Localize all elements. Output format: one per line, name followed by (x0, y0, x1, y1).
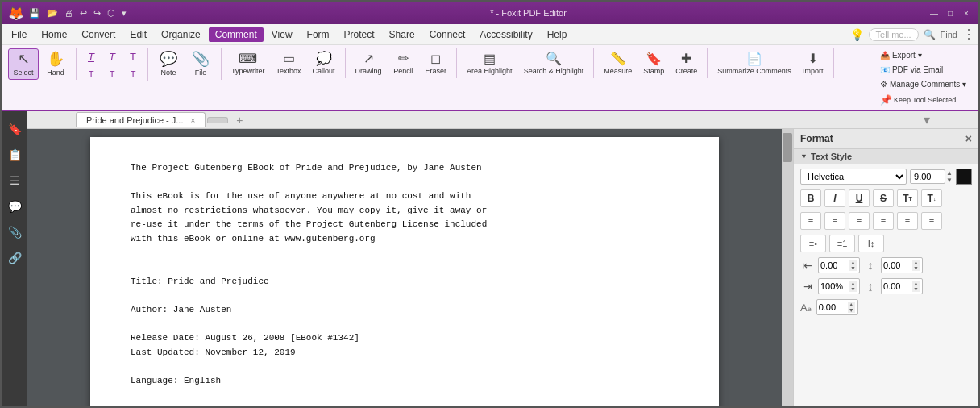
superscript-button[interactable]: TT (897, 189, 918, 207)
close-button[interactable]: × (961, 7, 972, 19)
summarize-button[interactable]: 📄 Summarize Comments (712, 48, 796, 78)
stamp-button[interactable]: 🔖 Stamp (638, 48, 669, 78)
tell-me-box[interactable]: Tell me... (869, 28, 919, 41)
menu-overflow-icon[interactable]: ⋮ (962, 27, 975, 42)
drawing-button[interactable]: ↗ Drawing (351, 48, 387, 78)
before-spacing-input[interactable]: ▲ ▼ (818, 278, 860, 294)
file-button[interactable]: 📎 File (185, 48, 216, 80)
as-up-btn[interactable]: ▲ (912, 281, 920, 286)
menu-organize[interactable]: Organize (155, 27, 207, 42)
align-5-button[interactable]: ≡ (897, 212, 918, 230)
lh-down-btn[interactable]: ▼ (912, 265, 920, 271)
menu-comment[interactable]: Comment (209, 27, 264, 42)
menu-connect[interactable]: Connect (423, 27, 472, 42)
align-right-button[interactable]: ≡ (849, 212, 870, 230)
scroll-thumb[interactable] (783, 133, 792, 162)
char-spacing-input[interactable]: ▲ ▼ (816, 299, 858, 315)
subscript-button[interactable]: T↓ (921, 189, 942, 207)
font-size-input[interactable] (910, 169, 945, 184)
menu-share[interactable]: Share (383, 27, 421, 42)
vertical-scrollbar[interactable] (782, 129, 793, 406)
maximize-button[interactable]: □ (945, 7, 956, 19)
callout-button[interactable]: 💭 Callout (308, 48, 340, 78)
menu-help[interactable]: Help (541, 27, 574, 42)
after-spacing-spinner[interactable]: ▲ ▼ (912, 281, 920, 292)
menu-file[interactable]: File (5, 27, 33, 42)
underline-button[interactable]: U (849, 189, 870, 207)
qat-extra-icon[interactable]: ⬡ (106, 7, 117, 19)
qat-undo-icon[interactable]: ↩ (78, 7, 89, 19)
qat-print-icon[interactable]: 🖨 (63, 7, 75, 19)
qat-folder-icon[interactable]: 📂 (45, 7, 60, 19)
text-style-section[interactable]: ▼ Text Style (794, 149, 978, 164)
qat-redo-icon[interactable]: ↪ (92, 7, 102, 19)
tab-add-button[interactable]: + (230, 111, 249, 129)
before-spacing-spinner[interactable]: ▲ ▼ (849, 281, 857, 292)
manage-comments-button[interactable]: ⚙ Manage Comments ▾ (876, 77, 970, 91)
text-insert-btn[interactable]: T (102, 67, 122, 81)
line-height-value[interactable] (883, 260, 912, 270)
measure-button[interactable]: 📏 Measure (599, 48, 637, 78)
sidebar-security-icon[interactable]: 🔗 (3, 247, 26, 269)
after-spacing-value[interactable] (883, 281, 912, 291)
eraser-button[interactable]: ◻ Eraser (421, 48, 452, 78)
cs-up-btn[interactable]: ▲ (848, 302, 855, 307)
char-spacing-spinner[interactable]: ▲ ▼ (848, 302, 855, 313)
menu-edit[interactable]: Edit (123, 27, 153, 42)
before-spacing-value[interactable] (820, 281, 849, 291)
align-justify-button[interactable]: ≡ (873, 212, 894, 230)
bullet-list-button[interactable]: ≡• (800, 235, 826, 252)
keep-tool-button[interactable]: 📌 Keep Tool Selected (876, 92, 960, 108)
search-highlight-button[interactable]: 🔍 Search & Highlight (519, 48, 589, 78)
text-color-swatch[interactable] (956, 169, 972, 185)
minimize-button[interactable]: — (928, 7, 940, 19)
sidebar-pages-icon[interactable]: 📋 (3, 144, 26, 166)
menu-form[interactable]: Form (301, 27, 336, 42)
select-tool-button[interactable]: ↖ Select (8, 48, 39, 80)
indent-down-btn[interactable]: ▼ (849, 265, 857, 271)
indent-value[interactable] (820, 260, 849, 270)
align-center-button[interactable]: ≡ (824, 212, 845, 230)
area-highlight-button[interactable]: ▤ Area Highlight (462, 48, 517, 78)
create-button[interactable]: ✚ Create (671, 48, 702, 78)
text-highlight-btn[interactable]: T (81, 48, 101, 65)
align-left-button[interactable]: ≡ (800, 212, 821, 230)
panel-arrow-icon[interactable]: ▾ (924, 112, 930, 127)
char-spacing-value[interactable] (819, 302, 848, 312)
italic-button[interactable]: I (824, 189, 845, 207)
indent-input[interactable]: ▲ ▼ (818, 257, 860, 273)
indent-up-btn[interactable]: ▲ (849, 260, 857, 265)
text-format-btn[interactable]: T (123, 67, 143, 81)
qat-dropdown-icon[interactable]: ▾ (120, 7, 128, 19)
text-replace-btn[interactable]: T (81, 67, 101, 81)
text-underline-btn[interactable]: T (123, 48, 143, 65)
cs-down-btn[interactable]: ▼ (848, 307, 855, 313)
numbered-list-button[interactable]: ≡1 (829, 235, 855, 252)
menu-accessibility[interactable]: Accessibility (473, 27, 538, 42)
bs-up-btn[interactable]: ▲ (849, 281, 857, 286)
note-button[interactable]: 💬 Note (153, 48, 184, 80)
typewriter-button[interactable]: ⌨ Typewriter (226, 48, 270, 78)
textbox-button[interactable]: ▭ Textbox (272, 48, 306, 78)
menu-view[interactable]: View (265, 27, 299, 42)
tab-close-1[interactable]: × (191, 116, 196, 125)
sidebar-layers-icon[interactable]: ☰ (3, 169, 26, 192)
panel-close-button[interactable]: × (965, 132, 972, 145)
strikethrough-button[interactable]: S (873, 189, 894, 207)
text-strikeout-btn[interactable]: T (102, 48, 122, 65)
pdf-via-email-button[interactable]: 📧 PDF via Email (876, 63, 947, 77)
qat-save-icon[interactable]: 💾 (27, 7, 42, 19)
sidebar-attachments-icon[interactable]: 📎 (3, 221, 26, 244)
hand-tool-button[interactable]: ✋ Hand (40, 48, 71, 80)
line-height-input[interactable]: ▲ ▼ (881, 257, 923, 273)
bold-button[interactable]: B (800, 189, 821, 207)
bs-down-btn[interactable]: ▼ (849, 286, 857, 292)
font-size-spinner[interactable]: ▲▼ (946, 169, 953, 184)
tab-document-2[interactable] (207, 117, 228, 123)
font-select[interactable]: Helvetica (800, 169, 907, 185)
indent-button[interactable]: I↕ (858, 235, 884, 252)
menu-protect[interactable]: Protect (338, 27, 381, 42)
sidebar-comments-icon[interactable]: 💬 (3, 195, 26, 218)
lh-up-btn[interactable]: ▲ (912, 260, 920, 265)
as-down-btn[interactable]: ▼ (912, 286, 920, 292)
